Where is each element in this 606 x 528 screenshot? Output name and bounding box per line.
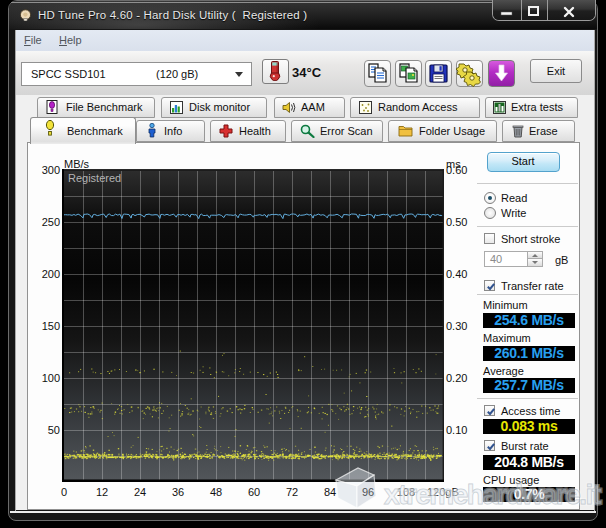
svg-text:Registered: Registered (68, 172, 121, 184)
